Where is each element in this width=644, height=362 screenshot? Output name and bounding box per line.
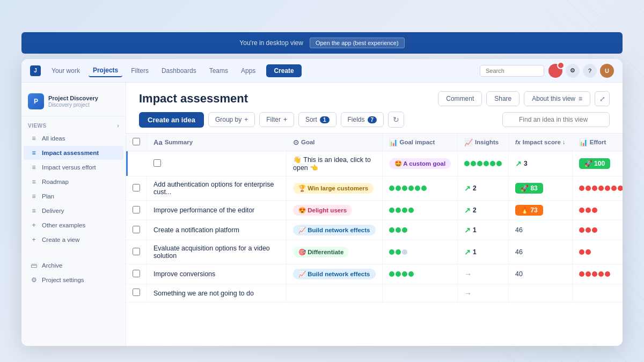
effort-cell — [572, 201, 623, 220]
sidebar-item-label: Other examples — [42, 222, 85, 228]
sidebar-item-other-examples[interactable]: + Other examples — [24, 218, 123, 232]
sidebar-item-delivery[interactable]: ≡ Delivery — [24, 204, 123, 218]
sidebar-project: P Project Discovery Discovery project — [21, 89, 126, 116]
row-select-checkbox[interactable] — [133, 248, 140, 255]
nav-item-filters[interactable]: Filters — [127, 65, 153, 77]
impact-score-cell: 40 — [509, 264, 573, 284]
nav-item-projects[interactable]: Projects — [89, 64, 122, 77]
sidebar-item-all-ideas[interactable]: ≡ All ideas — [24, 131, 123, 145]
fields-button[interactable]: Fields 7 — [341, 112, 384, 127]
goal-tag[interactable]: 🎯 Differentiate — [293, 247, 349, 257]
effort-dot — [592, 186, 597, 191]
effort-dot — [579, 186, 584, 191]
page-title: Impact assessment — [139, 92, 248, 106]
goal-tag[interactable]: 🏆 Win large customers — [293, 183, 374, 194]
goal-impact-cell — [382, 176, 458, 201]
effort-dot — [579, 271, 584, 277]
row-select-checkbox[interactable] — [133, 206, 140, 213]
goal-impact-dot — [464, 161, 470, 166]
table-header-row: Aa Summary ⊙ Goal — [126, 134, 623, 151]
goal-tag[interactable]: 🤩 A custom goal — [389, 158, 451, 169]
header-actions: Comment Share About this view ≡ ⤢ — [438, 91, 610, 106]
about-view-button[interactable]: About this view ≡ — [524, 91, 590, 106]
summary-cell[interactable]: Evaluate acquisition options for a video… — [147, 240, 287, 264]
row-select-checkbox[interactable] — [133, 226, 140, 233]
trend-neutral-icon: → — [464, 289, 472, 298]
nav-create-button[interactable]: Create — [266, 64, 301, 77]
goal-col-label: Goal — [301, 139, 315, 145]
row-select-checkbox[interactable] — [133, 184, 140, 191]
select-all-checkbox[interactable] — [133, 138, 140, 145]
table-row: 👋 This is an idea, click to open 👈🤩 A cu… — [126, 151, 623, 176]
row-select-checkbox[interactable] — [133, 289, 140, 296]
summary-cell[interactable]: Create a notification platform — [147, 220, 287, 240]
row-checkbox-cell — [126, 176, 147, 201]
effort-cell — [572, 176, 623, 201]
summary-cell[interactable]: Improve performance of the editor — [147, 201, 287, 220]
insights-content: ↗1 — [464, 248, 502, 256]
trend-up-icon: ↗ — [464, 184, 471, 193]
goal-tag[interactable]: 📈 Build network effects — [293, 225, 376, 235]
effort-cell — [572, 240, 623, 264]
col-impact-score-header[interactable]: fx Impact score ↓ — [509, 134, 573, 151]
nav-item-yourwork[interactable]: Your work — [47, 65, 84, 77]
trend-up-icon: ↗ — [515, 159, 522, 168]
goal-cell: 🎯 Differentiate — [287, 240, 383, 264]
col-summary-header[interactable]: Aa Summary — [147, 134, 287, 151]
sort-label: Sort — [305, 116, 317, 123]
content-area: P Project Discovery Discovery project Vi… — [21, 83, 623, 346]
toolbar: Create an idea Group by + Filter + Sort … — [126, 106, 623, 134]
filter-button[interactable]: Filter + — [259, 112, 294, 127]
row-select-checkbox[interactable] — [153, 159, 161, 167]
goal-impact-cell — [382, 264, 458, 284]
col-insights-header[interactable]: 📈 Insights — [458, 134, 509, 151]
nav-item-dashboards[interactable]: Dashboards — [157, 65, 201, 77]
insights-count: 2 — [473, 206, 477, 214]
share-button[interactable]: Share — [486, 91, 519, 106]
nav-icon-settings[interactable]: ⚙ — [566, 64, 580, 78]
refresh-button[interactable]: ↻ — [388, 112, 404, 128]
nav-icon-help[interactable]: ? — [583, 64, 597, 78]
nav-search-input[interactable] — [480, 65, 544, 77]
sidebar-item-roadmap[interactable]: ≡ Roadmap — [24, 175, 123, 189]
sidebar-item-archive[interactable]: 🗃 Archive — [24, 258, 123, 272]
sidebar-item-create-view[interactable]: + Create a view — [24, 233, 123, 247]
summary-cell[interactable]: Improve conversions — [147, 264, 287, 284]
nav-avatar-user[interactable]: U — [600, 64, 614, 78]
sidebar-item-impact-assessment[interactable]: ≡ Impact assessment — [24, 146, 123, 160]
nav-avatar-notification[interactable] — [548, 64, 562, 78]
impact-score-badge: 🔥 73 — [515, 205, 543, 216]
sort-button[interactable]: Sort 1 — [298, 112, 336, 127]
insights-col-icon: 📈 — [464, 138, 473, 146]
project-name: Project Discovery — [48, 95, 98, 102]
sidebar-item-impact-vs-effort[interactable]: ≡ Impact versus effort — [24, 160, 123, 174]
sidebar-item-plan[interactable]: ≡ Plan — [24, 189, 123, 203]
sidebar-item-label: Plan — [42, 193, 54, 200]
row-select-checkbox[interactable] — [133, 270, 140, 277]
row-checkbox-cell — [147, 151, 287, 176]
summary-cell[interactable]: 👋 This is an idea, click to open 👈 — [287, 151, 383, 176]
fields-badge: 7 — [368, 116, 377, 123]
summary-cell[interactable]: Add authentication options for enterpris… — [147, 176, 287, 201]
col-goal-header[interactable]: ⊙ Goal — [287, 134, 383, 151]
sidebar-item-project-settings[interactable]: ⚙ Project settings — [24, 273, 123, 287]
effort-dot — [579, 227, 584, 233]
group-by-button[interactable]: Group by + — [208, 112, 255, 127]
nav-item-teams[interactable]: Teams — [205, 65, 232, 77]
col-effort-header[interactable]: 📊 Effort — [572, 134, 623, 151]
sidebar-section-label[interactable]: Views › — [21, 121, 126, 131]
comment-button[interactable]: Comment — [438, 91, 482, 106]
summary-cell[interactable]: Something we are not going to do — [147, 284, 287, 302]
open-app-button[interactable]: Open the app (best experience) — [310, 38, 405, 48]
list-icon: ≡ — [30, 135, 38, 142]
impact-score-cell: 🚀 83 — [509, 176, 573, 201]
project-sub: Discovery project — [48, 102, 98, 108]
goal-tag[interactable]: 📈 Build network effects — [293, 269, 376, 279]
goal-tag[interactable]: 😍 Delight users — [293, 205, 352, 216]
idea-search-input[interactable] — [502, 112, 610, 127]
insights-cell: → — [458, 284, 509, 302]
create-idea-button[interactable]: Create an idea — [139, 112, 204, 128]
expand-button[interactable]: ⤢ — [595, 91, 610, 106]
col-goal-impact-header[interactable]: 📊 Goal impact — [382, 134, 458, 151]
nav-item-apps[interactable]: Apps — [237, 65, 260, 77]
